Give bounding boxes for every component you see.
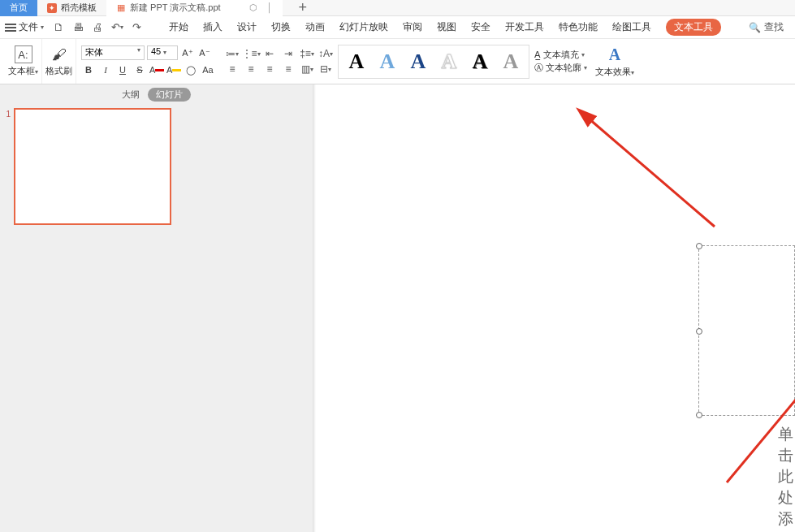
grow-font-icon[interactable]: A⁺ (180, 45, 195, 60)
tab-home[interactable]: 首页 (0, 0, 37, 16)
tab-template[interactable]: ✦ 稻壳模板 (37, 0, 106, 16)
menu-devtools[interactable]: 开发工具 (505, 20, 544, 34)
slide-subtitle-placeholder[interactable]: 单击此处添加副标题 (778, 424, 795, 532)
indent-dec-icon[interactable]: ⇤ (262, 47, 277, 60)
tab-active-label: 新建 PPT 演示文稿.ppt (130, 2, 221, 14)
menu-insert[interactable]: 插入 (203, 20, 223, 34)
align-center-icon[interactable]: ≡ (244, 63, 258, 76)
quick-access-toolbar: 🗋 🖶 🖨 ↶▾ ↷ (52, 21, 143, 34)
slide-panel: 大纲 幻灯片 1 (0, 84, 313, 532)
menu-slideshow[interactable]: 幻灯片放映 (339, 20, 388, 34)
tab-extra-icons: ⬡ │ (249, 2, 273, 13)
hamburger-icon (5, 22, 16, 33)
formatpainter-label: 格式刷 (45, 65, 72, 77)
font-name-select[interactable]: 宋体 ▾ (81, 45, 145, 60)
panel-tab-outline[interactable]: 大纲 (122, 89, 140, 101)
vertical-align-icon[interactable]: ⊟▾ (318, 63, 333, 76)
clear-format-icon[interactable]: ◯ (184, 63, 198, 77)
wordart-style-2[interactable]: A (374, 49, 400, 75)
ribbon-textbox[interactable]: A: 文本框▾ (5, 39, 42, 84)
bullets-icon[interactable]: ≔▾ (225, 47, 240, 60)
shrink-font-icon[interactable]: A⁻ (197, 45, 212, 60)
text-outline-icon: Ⓐ (534, 62, 543, 74)
underline-button[interactable]: U (115, 63, 130, 77)
sync-icon[interactable]: ⬡ (249, 2, 257, 13)
wordart-gallery[interactable]: A A A A A A (338, 45, 529, 79)
wordart-style-3[interactable]: A (405, 49, 431, 75)
strike-button[interactable]: S (132, 63, 147, 77)
slide-thumbnail-1[interactable] (14, 108, 171, 225)
workspace: 大纲 幻灯片 1 ↻ 云骑士 I 单击此处添加副标题 (0, 84, 795, 532)
title-text-frame[interactable]: 云骑士 I (698, 245, 795, 416)
resize-handle-bl[interactable] (696, 412, 702, 418)
italic-button[interactable]: I (98, 63, 113, 77)
text-outline-button[interactable]: Ⓐ 文本轮廓▾ (534, 62, 587, 74)
panel-tab-slides[interactable]: 幻灯片 (148, 88, 191, 102)
save-icon[interactable]: 🗋 (52, 21, 65, 34)
text-effect-label: 文本效果▾ (595, 66, 634, 78)
wordart-style-1[interactable]: A (343, 49, 369, 75)
text-effect-button[interactable]: A 文本效果▾ (592, 39, 637, 84)
print-preview-icon[interactable]: 🖶 (71, 21, 84, 34)
redo-icon[interactable]: ↷ (130, 21, 143, 34)
paragraph-group: ≔▾ ⋮≡▾ ⇤ ⇥ ‡≡▾ ↕A▾ ≡ ≡ ≡ ≡ ▥▾ ⊟▾ (220, 47, 338, 76)
numbering-icon[interactable]: ⋮≡▾ (244, 47, 258, 60)
text-direction-icon[interactable]: ↕A▾ (318, 47, 333, 60)
formatpainter-icon: 🖌 (50, 45, 68, 63)
menu-start[interactable]: 开始 (169, 20, 188, 34)
menu-texttools[interactable]: 文本工具 (666, 19, 721, 36)
align-left-icon[interactable]: ≡ (225, 63, 240, 76)
thumbnail-row: 1 (2, 108, 313, 225)
font-color-button[interactable]: A (149, 63, 164, 77)
wordart-style-6[interactable]: A (498, 49, 524, 75)
indent-inc-icon[interactable]: ⇥ (281, 47, 296, 60)
slide-canvas[interactable]: ↻ 云骑士 I 单击此处添加副标题 (313, 84, 795, 532)
change-case-icon[interactable]: Aa (201, 63, 215, 77)
text-fill-icon: A̲ (534, 50, 541, 60)
bold-button[interactable]: B (81, 63, 96, 77)
menu-drawtools[interactable]: 绘图工具 (612, 20, 651, 34)
tab-template-label: 稻壳模板 (61, 2, 97, 14)
menu-security[interactable]: 安全 (471, 20, 490, 34)
menu-transition[interactable]: 切换 (271, 20, 291, 34)
file-menu[interactable]: 文件 ▾ (5, 20, 44, 34)
wordart-style-4[interactable]: A (436, 49, 462, 75)
text-fill-button[interactable]: A̲ 文本填充▾ (534, 49, 587, 61)
font-size-select[interactable]: 45 ▾ (147, 45, 178, 60)
search-box[interactable]: 🔍 查找 (749, 20, 790, 34)
search-icon: 🔍 (749, 22, 761, 33)
resize-handle-tl[interactable] (696, 243, 702, 249)
text-style-group: A̲ 文本填充▾ Ⓐ 文本轮廓▾ (529, 49, 592, 74)
menu-feature[interactable]: 特色功能 (559, 20, 598, 34)
textbox-label: 文本框▾ (8, 65, 38, 77)
panel-tabs: 大纲 幻灯片 (0, 84, 313, 104)
search-label: 查找 (764, 20, 784, 34)
ribbon-tabs: 开始 插入 设计 切换 动画 幻灯片放映 审阅 视图 安全 开发工具 特色功能 … (169, 19, 721, 36)
highlight-button[interactable]: A (166, 63, 181, 77)
menu-animation[interactable]: 动画 (305, 20, 325, 34)
file-menu-label: 文件 (19, 20, 38, 34)
new-tab-button[interactable]: + (292, 0, 314, 16)
thumbnail-list[interactable]: 1 (0, 104, 313, 532)
align-justify-icon[interactable]: ≡ (281, 63, 296, 76)
ppt-file-icon: ▦ (116, 3, 126, 13)
undo-icon[interactable]: ↶▾ (110, 21, 123, 34)
menu-bar: 文件 ▾ 🗋 🖶 🖨 ↶▾ ↷ 开始 插入 设计 切换 动画 幻灯片放映 审阅 … (0, 16, 795, 39)
menu-view[interactable]: 视图 (437, 20, 456, 34)
textbox-icon: A: (15, 45, 32, 63)
align-right-icon[interactable]: ≡ (262, 63, 277, 76)
columns-icon[interactable]: ▥▾ (300, 63, 314, 76)
tab-active-document[interactable]: ▦ 新建 PPT 演示文稿.ppt ⬡ │ (106, 0, 283, 16)
chevron-down-icon: ▾ (41, 24, 44, 31)
menu-review[interactable]: 审阅 (403, 20, 422, 34)
wordart-style-5[interactable]: A (467, 49, 493, 75)
slide-shadow (313, 84, 316, 532)
svg-line-0 (589, 119, 715, 227)
divider-icon: │ (267, 2, 273, 13)
title-tab-bar: 首页 ✦ 稻壳模板 ▦ 新建 PPT 演示文稿.ppt ⬡ │ + (0, 0, 795, 16)
print-icon[interactable]: 🖨 (91, 21, 104, 34)
line-spacing-icon[interactable]: ‡≡▾ (300, 47, 314, 60)
resize-handle-ml[interactable] (696, 328, 702, 335)
menu-design[interactable]: 设计 (237, 20, 257, 34)
ribbon-formatpainter[interactable]: 🖌 格式刷 (42, 39, 76, 84)
